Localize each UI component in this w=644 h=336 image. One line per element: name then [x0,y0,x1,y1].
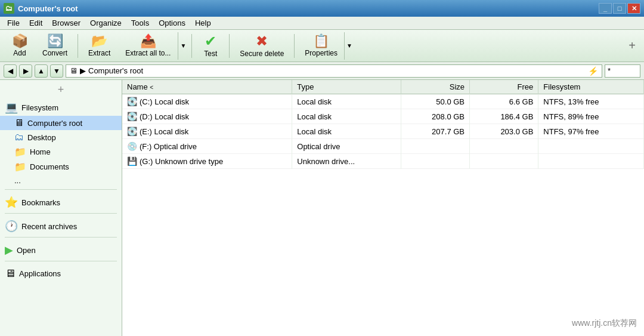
open-icon: ▶ [5,243,13,257]
address-input[interactable] [88,66,586,75]
col-header-free[interactable]: Free [470,80,538,94]
desktop-icon: 🗂 [14,132,24,143]
drive-icon: 💿 [127,141,137,151]
maximize-button[interactable]: □ [613,3,626,14]
refresh-icon[interactable]: ⚡ [588,66,598,76]
drive-icon: 💾 [127,156,137,166]
file-filesystem-cell: NTFS, 13% free [538,94,644,109]
test-button[interactable]: ✔ Test [196,32,225,60]
extract-all-icon: 📤 [140,35,156,48]
menu-item-browser[interactable]: Browser [47,17,85,29]
sidebar-label-home: Home [30,147,51,156]
add-icon: 📦 [12,35,28,48]
file-filesystem-cell [538,154,644,169]
convert-label: Convert [42,49,67,57]
sidebar-label-recent-archives: Recent archives [21,222,77,231]
table-row[interactable]: 💽(E:) Local diskLocal disk207.7 GB203.0 … [122,124,644,139]
sidebar-item-documents[interactable]: 📁 Documents [0,159,122,174]
home-icon: 📁 [14,146,26,158]
bookmarks-icon: ⭐ [5,196,18,209]
minimize-button[interactable]: _ [599,3,612,14]
test-label: Test [204,50,217,58]
file-type-cell: Local disk [292,109,401,124]
properties-label: Properties [305,49,338,57]
sidebar-item-bookmarks[interactable]: ⭐ Bookmarks [0,192,122,211]
file-size-cell: 50.0 GB [401,94,469,109]
sidebar-item-desktop[interactable]: 🗂 Desktop [0,130,122,144]
test-icon: ✔ [205,34,216,48]
main-content: + 💻 Filesystem 🖥 Computer's root 🗂 Deskt… [0,80,644,336]
extract-all-button[interactable]: 📤 Extract all to... [118,32,178,60]
sidebar-item-more[interactable]: ... [0,174,122,187]
add-button[interactable]: 📦 Add [5,32,35,60]
menu-item-options[interactable]: Options [154,17,190,29]
table-row[interactable]: 💽(C:) Local diskLocal disk50.0 GB6.6 GBN… [122,94,644,109]
sidebar-item-recent-archives[interactable]: 🕐 Recent archives [0,216,122,235]
sidebar-label-desktop: Desktop [27,133,56,142]
back-button[interactable]: ◀ [4,64,17,78]
sidebar-divider-1 [5,189,117,190]
sidebar-item-open[interactable]: ▶ Open [0,240,122,258]
sidebar-item-home[interactable]: 📁 Home [0,144,122,159]
menubar: FileEditBrowserOrganizeToolsOptionsHelp [0,17,644,30]
extract-label: Extract [88,49,110,57]
secure-delete-button[interactable]: ✖ Secure delete [233,32,290,60]
file-type-cell: Optical drive [292,139,401,154]
toolbar: 📦 Add 🔄 Convert 📂 Extract 📤 Extract all … [0,30,644,62]
toolbar-separator-1 [78,34,78,58]
file-type-cell: Local disk [292,124,401,139]
up-button[interactable]: ▲ [35,64,48,78]
menu-item-help[interactable]: Help [190,17,216,29]
file-filesystem-cell: NTFS, 97% free [538,124,644,139]
menu-item-tools[interactable]: Tools [126,17,154,29]
filesystem-icon: 💻 [5,101,18,114]
properties-arrow[interactable]: ▼ [344,32,354,60]
title-icon: 🗂 [4,3,14,14]
extract-icon: 📂 [91,35,107,48]
file-filesystem-cell [538,139,644,154]
path-dropdown-button[interactable]: ▼ [50,64,63,78]
path-separator: ▶ [80,66,86,75]
table-row[interactable]: 💿(F:) Optical driveOptical drive [122,139,644,154]
col-header-size[interactable]: Size [401,80,469,94]
file-type-cell: Unknown drive... [292,154,401,169]
file-name: (C:) Local disk [140,97,189,106]
sidebar-item-filesystem[interactable]: 💻 Filesystem [0,97,122,116]
sidebar-divider-3 [5,237,117,238]
properties-icon: 📋 [313,35,329,48]
filter-input[interactable] [605,64,640,78]
extract-all-arrow[interactable]: ▼ [178,32,188,60]
sidebar-label-computers-root: Computer's root [27,119,82,128]
sidebar-item-computers-root[interactable]: 🖥 Computer's root [0,116,122,130]
file-free-cell [470,139,538,154]
properties-button[interactable]: 📋 Properties [298,32,344,60]
table-header-row: Name < Type Size Free Filesystem [122,80,644,94]
sidebar: + 💻 Filesystem 🖥 Computer's root 🗂 Deskt… [0,80,122,336]
sidebar-divider-4 [5,261,117,261]
sidebar-item-applications[interactable]: 🖥 Applications [0,264,122,282]
table-row[interactable]: 💾(G:) Unknown drive typeUnknown drive... [122,154,644,169]
menu-item-file[interactable]: File [2,17,24,29]
extract-button[interactable]: 📂 Extract [82,32,117,60]
table-row[interactable]: 💽(D:) Local diskLocal disk208.0 GB186.4 … [122,109,644,124]
secure-delete-label: Secure delete [240,50,284,58]
close-button[interactable]: ✕ [627,3,640,14]
convert-button[interactable]: 🔄 Convert [36,32,74,60]
toolbar-plus-button[interactable]: + [625,36,639,55]
path-icon: 🖥 [70,66,78,75]
col-header-name[interactable]: Name < [122,80,292,94]
file-free-cell: 203.0 GB [470,124,538,139]
extract-all-label: Extract all to... [125,49,171,57]
sidebar-add-button[interactable]: + [0,82,122,97]
file-free-cell [470,154,538,169]
file-size-cell: 208.0 GB [401,109,469,124]
menu-item-edit[interactable]: Edit [24,17,47,29]
file-size-cell [401,139,469,154]
menu-item-organize[interactable]: Organize [85,17,126,29]
file-free-cell: 186.4 GB [470,109,538,124]
col-header-type[interactable]: Type [292,80,401,94]
forward-button[interactable]: ▶ [19,64,32,78]
col-header-filesystem[interactable]: Filesystem [538,80,644,94]
sidebar-label-bookmarks: Bookmarks [21,198,60,207]
sidebar-label-open: Open [17,246,36,255]
